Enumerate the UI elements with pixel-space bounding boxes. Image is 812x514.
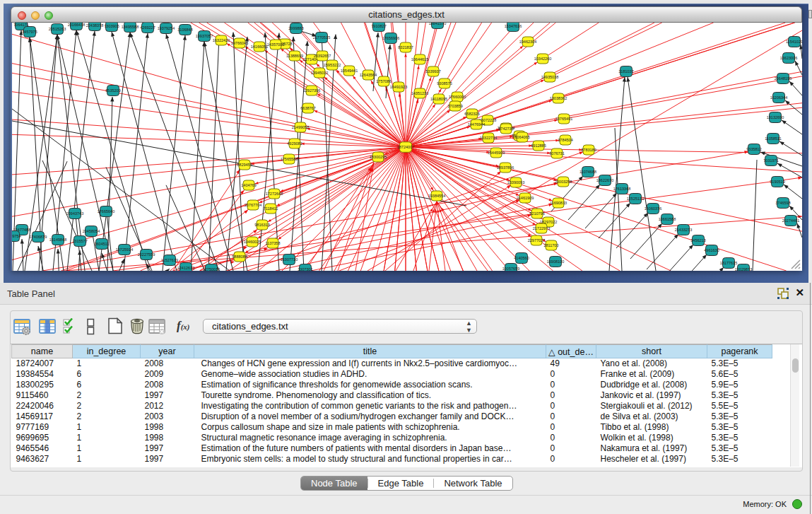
svg-text:16307710: 16307710 bbox=[281, 257, 298, 262]
svg-text:15149848: 15149848 bbox=[49, 238, 66, 242]
svg-text:10322734: 10322734 bbox=[480, 136, 497, 140]
svg-text:12525131: 12525131 bbox=[627, 197, 644, 201]
svg-text:13038362: 13038362 bbox=[550, 96, 567, 100]
svg-text:17656906: 17656906 bbox=[382, 36, 399, 40]
svg-text:1404769: 1404769 bbox=[241, 183, 256, 187]
svg-text:16623006: 16623006 bbox=[780, 56, 797, 60]
svg-text:11388699: 11388699 bbox=[286, 54, 303, 58]
svg-text:19937057: 19937057 bbox=[196, 34, 213, 38]
svg-text:15953222: 15953222 bbox=[324, 63, 341, 67]
svg-text:5888088: 5888088 bbox=[232, 255, 247, 259]
svg-text:20003258: 20003258 bbox=[555, 180, 572, 184]
svg-text:6099754: 6099754 bbox=[12, 234, 21, 238]
svg-text:8742735: 8742735 bbox=[498, 127, 513, 131]
svg-text:1757086: 1757086 bbox=[376, 79, 391, 83]
svg-text:9190519: 9190519 bbox=[770, 180, 784, 184]
svg-text:10057659: 10057659 bbox=[502, 267, 519, 271]
svg-text:6912885: 6912885 bbox=[531, 144, 546, 148]
svg-text:13945012: 13945012 bbox=[311, 71, 328, 75]
svg-text:17406879: 17406879 bbox=[30, 235, 47, 239]
svg-text:14476944: 14476944 bbox=[468, 122, 485, 127]
svg-text:7031971: 7031971 bbox=[763, 158, 778, 163]
svg-text:6582326: 6582326 bbox=[464, 112, 479, 116]
svg-text:10644615: 10644615 bbox=[411, 57, 428, 62]
svg-text:9308575: 9308575 bbox=[437, 81, 452, 86]
svg-text:3181037: 3181037 bbox=[618, 69, 633, 74]
svg-text:20227559: 20227559 bbox=[138, 252, 155, 257]
svg-text:11541029: 11541029 bbox=[786, 40, 802, 44]
svg-text:11527619: 11527619 bbox=[161, 258, 178, 262]
svg-text:1137358: 1137358 bbox=[265, 241, 280, 245]
svg-text:18177615: 18177615 bbox=[720, 261, 737, 265]
svg-text:18724007: 18724007 bbox=[397, 145, 414, 149]
svg-text:21433273: 21433273 bbox=[675, 228, 692, 232]
svg-text:3784504: 3784504 bbox=[558, 138, 572, 142]
svg-text:15029873: 15029873 bbox=[735, 267, 752, 271]
svg-text:8321837: 8321837 bbox=[398, 45, 413, 49]
svg-text:20648195: 20648195 bbox=[775, 76, 792, 81]
svg-text:4929082: 4929082 bbox=[287, 141, 302, 146]
svg-text:9335812: 9335812 bbox=[746, 147, 761, 151]
svg-text:16206344: 16206344 bbox=[770, 95, 787, 100]
svg-text:19725914: 19725914 bbox=[116, 247, 133, 252]
svg-text:6535209: 6535209 bbox=[105, 88, 120, 93]
svg-text:7303905: 7303905 bbox=[104, 24, 119, 28]
svg-text:20392657: 20392657 bbox=[314, 54, 331, 58]
svg-text:14118095: 14118095 bbox=[430, 97, 447, 101]
svg-text:10661588: 10661588 bbox=[659, 217, 676, 221]
svg-text:5339937: 5339937 bbox=[425, 69, 440, 74]
svg-text:3456213: 3456213 bbox=[690, 238, 705, 243]
svg-text:20767704: 20767704 bbox=[245, 203, 261, 207]
svg-text:9816313: 9816313 bbox=[254, 223, 269, 227]
svg-text:3106848: 3106848 bbox=[177, 28, 192, 32]
svg-text:15445909: 15445909 bbox=[488, 151, 505, 155]
svg-text:18937896: 18937896 bbox=[497, 165, 514, 170]
svg-text:14935038: 14935038 bbox=[541, 75, 558, 79]
svg-text:21461909: 21461909 bbox=[517, 196, 534, 200]
svg-text:17665640: 17665640 bbox=[98, 209, 114, 214]
svg-text:21770515: 21770515 bbox=[313, 35, 330, 40]
svg-text:7910827: 7910827 bbox=[371, 24, 386, 28]
svg-text:21722973: 21722973 bbox=[533, 226, 550, 230]
svg-text:20274461: 20274461 bbox=[782, 218, 799, 223]
svg-text:19462304: 19462304 bbox=[519, 40, 536, 44]
svg-text:11058511: 11058511 bbox=[765, 136, 782, 141]
svg-text:14357000: 14357000 bbox=[267, 42, 284, 47]
svg-text:10549441: 10549441 bbox=[341, 69, 358, 73]
svg-text:10460025: 10460025 bbox=[244, 240, 261, 244]
svg-text:4269227: 4269227 bbox=[140, 25, 155, 30]
svg-text:20515263: 20515263 bbox=[49, 27, 66, 31]
svg-text:12927396: 12927396 bbox=[303, 88, 320, 93]
svg-text:5210796: 5210796 bbox=[529, 211, 544, 216]
svg-text:7118411: 7118411 bbox=[264, 206, 278, 211]
svg-text:3604511: 3604511 bbox=[94, 242, 109, 246]
svg-text:19384554: 19384554 bbox=[428, 194, 445, 198]
svg-text:11690833: 11690833 bbox=[550, 201, 567, 205]
svg-text:3703859: 3703859 bbox=[447, 104, 462, 108]
svg-text:16491923: 16491923 bbox=[390, 85, 407, 89]
svg-text:18300295: 18300295 bbox=[370, 155, 387, 159]
svg-text:2315577: 2315577 bbox=[72, 239, 87, 243]
svg-text:13390093: 13390093 bbox=[507, 180, 524, 185]
svg-text:2999883: 2999883 bbox=[288, 26, 303, 30]
svg-text:4140560: 4140560 bbox=[514, 256, 529, 260]
svg-text:19766045: 19766045 bbox=[231, 41, 248, 45]
svg-text:6076731: 6076731 bbox=[549, 151, 564, 156]
svg-text:18622670: 18622670 bbox=[596, 178, 613, 182]
svg-text:16060376: 16060376 bbox=[645, 206, 661, 211]
svg-text:8829459: 8829459 bbox=[237, 163, 252, 167]
svg-text:17272648: 17272648 bbox=[266, 192, 283, 196]
svg-text:12412612: 12412612 bbox=[177, 266, 194, 270]
svg-text:17613348: 17613348 bbox=[613, 187, 630, 191]
svg-text:6064065: 6064065 bbox=[514, 135, 529, 139]
svg-text:15347616: 15347616 bbox=[505, 24, 522, 28]
svg-text:21499058: 21499058 bbox=[292, 125, 309, 129]
svg-text:16908100: 16908100 bbox=[547, 259, 564, 264]
svg-text:11074688: 11074688 bbox=[579, 170, 596, 174]
svg-text:2811700: 2811700 bbox=[543, 243, 558, 247]
svg-text:3746598: 3746598 bbox=[775, 201, 790, 205]
svg-text:14351230: 14351230 bbox=[411, 91, 428, 95]
svg-text:6638767: 6638767 bbox=[300, 106, 315, 110]
svg-text:22438378: 22438378 bbox=[86, 23, 103, 28]
svg-text:20458054: 20458054 bbox=[83, 229, 100, 233]
